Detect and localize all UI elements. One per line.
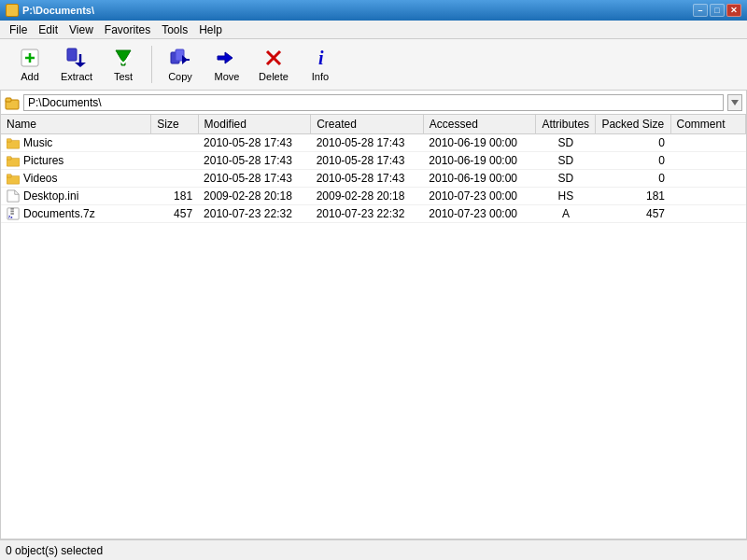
move-icon	[216, 47, 238, 69]
file-created: 2010-05-28 17:43	[311, 134, 424, 152]
file-name-cell: Videos	[1, 170, 151, 188]
svg-marker-24	[7, 190, 19, 202]
file-name: Videos	[23, 172, 57, 185]
col-header-size[interactable]: Size	[151, 115, 198, 134]
file-accessed: 2010-07-23 00:00	[423, 205, 536, 223]
move-label: Move	[215, 71, 240, 82]
folder-icon	[7, 172, 20, 185]
file-attributes: HS	[536, 188, 596, 205]
status-bar: 0 object(s) selected	[0, 539, 747, 560]
delete-button[interactable]: Delete	[251, 42, 296, 87]
col-header-created[interactable]: Created	[311, 115, 424, 134]
menu-file[interactable]: File	[4, 21, 33, 38]
menu-help[interactable]: Help	[193, 21, 228, 38]
extract-button[interactable]: Extract	[54, 42, 99, 87]
table-row[interactable]: 7z Documents.7z4572010-07-23 22:322010-0…	[1, 205, 746, 223]
minimize-button[interactable]: –	[693, 4, 708, 17]
menu-tools[interactable]: Tools	[156, 21, 193, 38]
menu-bar: File Edit View Favorites Tools Help	[0, 21, 747, 39]
file-list-container[interactable]: Name Size Modified Created Accessed Attr…	[0, 115, 747, 539]
file-modified: 2010-05-28 17:43	[198, 152, 311, 170]
svg-marker-5	[75, 63, 86, 67]
folder-icon	[7, 154, 20, 167]
menu-favorites[interactable]: Favorites	[99, 21, 156, 38]
file-size	[151, 170, 198, 188]
svg-marker-17	[731, 100, 739, 105]
address-bar	[0, 91, 747, 115]
file-created: 2010-07-23 22:32	[311, 205, 424, 223]
status-text: 0 object(s) selected	[6, 544, 103, 557]
toolbar: Add Extract Test	[0, 39, 747, 91]
file-accessed: 2010-06-19 00:00	[423, 134, 536, 152]
file-packed: 0	[596, 152, 670, 170]
file-comment	[670, 188, 745, 205]
col-header-packed[interactable]: Packed Size	[596, 115, 670, 134]
file-modified: 2009-02-28 20:18	[198, 188, 311, 205]
file-name-cell: Desktop.ini	[1, 188, 151, 205]
delete-icon	[262, 47, 285, 69]
file-name: Documents.7z	[23, 207, 95, 220]
info-button[interactable]: i Info	[298, 42, 343, 87]
file-name: Music	[23, 136, 52, 149]
menu-view[interactable]: View	[63, 21, 99, 38]
file-modified: 2010-05-28 17:43	[198, 134, 311, 152]
svg-rect-26	[10, 208, 14, 210]
address-input[interactable]	[23, 94, 724, 111]
file-comment	[670, 170, 745, 188]
info-icon: i	[309, 47, 331, 69]
file-size	[151, 152, 198, 170]
file-packed: 0	[596, 134, 670, 152]
file-modified: 2010-05-28 17:43	[198, 170, 311, 188]
test-button[interactable]: Test	[101, 42, 146, 87]
file-comment	[670, 205, 745, 223]
table-row[interactable]: Videos2010-05-28 17:432010-05-28 17:4320…	[1, 170, 746, 188]
file-name-cell: Music	[1, 134, 151, 152]
svg-text:7z: 7z	[8, 215, 13, 219]
table-row[interactable]: Pictures2010-05-28 17:432010-05-28 17:43…	[1, 152, 746, 170]
table-row[interactable]: Desktop.ini1812009-02-28 20:182009-02-28…	[1, 188, 746, 205]
add-icon	[19, 47, 41, 69]
file-name: Pictures	[23, 154, 63, 167]
file-packed: 457	[596, 205, 670, 223]
svg-rect-23	[7, 175, 11, 178]
file-comment	[670, 152, 745, 170]
maximize-button[interactable]: □	[710, 4, 725, 17]
col-header-accessed[interactable]: Accessed	[423, 115, 536, 134]
svg-text:i: i	[318, 48, 324, 68]
svg-rect-27	[10, 211, 14, 213]
table-row[interactable]: Music2010-05-28 17:432010-05-28 17:43201…	[1, 134, 746, 152]
col-header-name[interactable]: Name	[1, 115, 151, 134]
toolbar-separator-1	[151, 46, 152, 83]
file-accessed: 2010-07-23 00:00	[423, 188, 536, 205]
file-accessed: 2010-06-19 00:00	[423, 152, 536, 170]
svg-rect-16	[6, 98, 11, 102]
col-header-comment[interactable]: Comment	[670, 115, 745, 134]
file-attributes: A	[536, 205, 596, 223]
copy-label: Copy	[168, 71, 192, 82]
window-title: P:\Documents\	[22, 5, 94, 16]
col-header-attributes[interactable]: Attributes	[536, 115, 596, 134]
test-label: Test	[114, 71, 133, 82]
file-name-cell: Pictures	[1, 152, 151, 170]
address-dropdown[interactable]	[727, 94, 742, 111]
file-attributes: SD	[536, 170, 596, 188]
file-packed: 0	[596, 170, 670, 188]
folder-icon	[7, 136, 20, 149]
menu-edit[interactable]: Edit	[33, 21, 63, 38]
file-modified: 2010-07-23 22:32	[198, 205, 311, 223]
title-bar-controls: – □ ✕	[693, 4, 741, 17]
close-button[interactable]: ✕	[726, 4, 741, 17]
svg-marker-11	[218, 52, 233, 63]
address-icon	[5, 95, 20, 110]
file-packed: 181	[596, 188, 670, 205]
move-button[interactable]: Move	[204, 42, 249, 87]
file-size	[151, 134, 198, 152]
svg-rect-21	[7, 157, 11, 161]
copy-button[interactable]: Copy	[158, 42, 203, 87]
file-tbody: Music2010-05-28 17:432010-05-28 17:43201…	[1, 134, 746, 223]
file-table: Name Size Modified Created Accessed Attr…	[1, 115, 746, 223]
file-attributes: SD	[536, 134, 596, 152]
add-button[interactable]: Add	[7, 42, 52, 87]
col-header-modified[interactable]: Modified	[198, 115, 311, 134]
table-header-row: Name Size Modified Created Accessed Attr…	[1, 115, 746, 134]
